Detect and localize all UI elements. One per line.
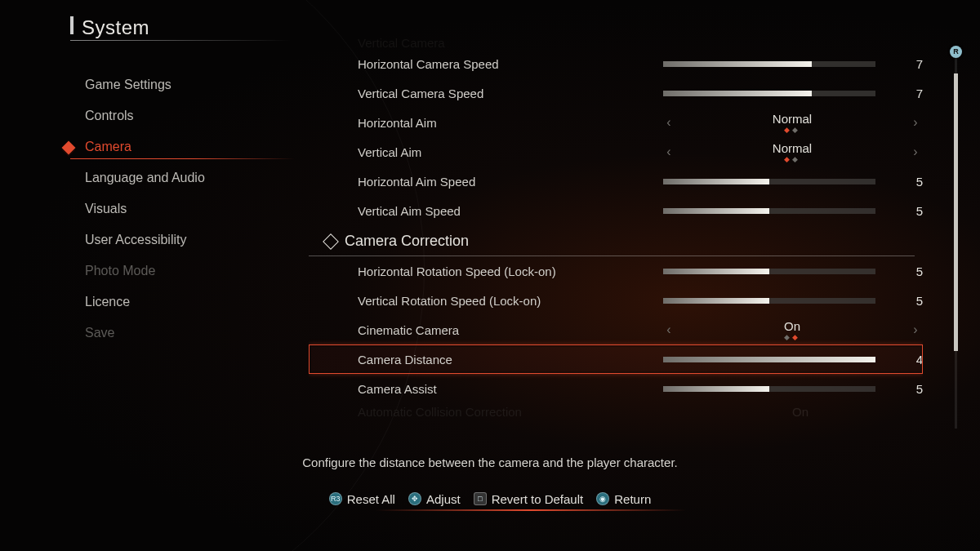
- setting-row-camera-distance[interactable]: Camera Distance4: [309, 344, 923, 374]
- selector-dots: ◆◆: [676, 127, 908, 133]
- setting-row-horizontal-aim-speed[interactable]: Horizontal Aim Speed5: [309, 167, 923, 196]
- slider-value: 5: [890, 264, 923, 278]
- slider-control[interactable]: 5: [635, 175, 923, 189]
- slider-fill: [663, 91, 812, 96]
- setting-label: Automatic Collision Correction: [358, 405, 635, 419]
- hint-label: Revert to Default: [492, 492, 584, 506]
- selector-value: Normal: [676, 141, 908, 155]
- chevron-right-icon[interactable]: ›: [908, 115, 923, 130]
- setting-label: Horizontal Camera Speed: [358, 57, 635, 71]
- slider-control[interactable]: 4: [635, 353, 923, 367]
- sidebar: Game SettingsControlsCameraLanguage and …: [70, 69, 291, 349]
- slider-fill: [663, 208, 769, 214]
- sidebar-item-licence[interactable]: Licence: [70, 287, 291, 318]
- slider-fill: [663, 61, 812, 67]
- slider-value: 5: [890, 294, 923, 308]
- slider-value: 4: [890, 353, 923, 367]
- setting-row-horizontal-aim[interactable]: Horizontal Aim‹Normal◆◆›: [309, 108, 923, 137]
- setting-row-ghost-bottom: Automatic Collision CorrectionOn: [309, 403, 923, 420]
- section-header-camera-correction: Camera Correction: [309, 227, 915, 256]
- sidebar-item-save[interactable]: Save: [70, 318, 291, 349]
- hint-adjust: ✥Adjust: [408, 492, 461, 506]
- slider-control[interactable]: 5: [635, 264, 923, 278]
- slider-control[interactable]: 7: [635, 57, 923, 71]
- slider-track[interactable]: [663, 269, 875, 274]
- slider-track[interactable]: [663, 298, 875, 304]
- slider-track[interactable]: [663, 208, 875, 214]
- page-title: System: [82, 16, 149, 39]
- slider-value: 5: [890, 382, 923, 396]
- chevron-left-icon[interactable]: ‹: [662, 115, 676, 130]
- setting-label: Vertical Aim: [358, 145, 635, 159]
- slider-track[interactable]: [663, 386, 875, 392]
- sidebar-item-visuals[interactable]: Visuals: [70, 193, 291, 224]
- sidebar-item-label: Language and Audio: [85, 171, 205, 184]
- button-hints: R3Reset All✥Adjust□Revert to Default◉Ret…: [0, 490, 980, 506]
- chevron-right-icon[interactable]: ›: [908, 322, 923, 337]
- setting-label: Vertical Aim Speed: [358, 204, 635, 218]
- setting-row-horizontal-camera-speed[interactable]: Horizontal Camera Speed7: [309, 49, 923, 78]
- setting-row-camera-assist[interactable]: Camera Assist5: [309, 374, 923, 403]
- sidebar-item-game-settings[interactable]: Game Settings: [70, 69, 291, 100]
- sidebar-item-camera[interactable]: Camera: [70, 131, 291, 162]
- slider-fill: [663, 386, 769, 392]
- button-prompt-icon: □: [474, 492, 487, 505]
- hint-revert-to-default: □Revert to Default: [474, 492, 584, 506]
- header-mark-icon: [70, 16, 74, 34]
- slider-fill: [663, 298, 769, 304]
- page-header: System: [70, 16, 149, 39]
- selector-control[interactable]: ‹Normal◆◆›: [662, 141, 923, 162]
- setting-row-vertical-aim[interactable]: Vertical Aim‹Normal◆◆›: [309, 137, 923, 167]
- sidebar-item-label: Photo Mode: [85, 264, 155, 278]
- setting-description: Configure the distance between the camer…: [0, 455, 980, 469]
- sidebar-item-label: User Accessibility: [85, 233, 186, 247]
- selector-center: On◆◆: [676, 319, 908, 340]
- setting-row-horizontal-rotation-speed-lock-on-[interactable]: Horizontal Rotation Speed (Lock-on)5: [309, 256, 923, 286]
- button-prompt-icon: ✥: [408, 492, 421, 505]
- section-title-label: Camera Correction: [345, 233, 469, 250]
- sidebar-item-photo-mode[interactable]: Photo Mode: [70, 256, 291, 287]
- sidebar-item-label: Visuals: [85, 202, 127, 216]
- header-underline: [70, 40, 291, 41]
- sidebar-item-label: Licence: [85, 295, 130, 309]
- setting-label: Cinematic Camera: [358, 323, 635, 337]
- sidebar-item-user-accessibility[interactable]: User Accessibility: [70, 224, 291, 256]
- hint-reset-all: R3Reset All: [329, 492, 395, 506]
- slider-track[interactable]: [663, 357, 875, 362]
- slider-track[interactable]: [663, 179, 875, 184]
- selector-control[interactable]: ‹Normal◆◆›: [662, 112, 923, 133]
- slider-value: 5: [890, 175, 923, 189]
- selector-dots: ◆◆: [676, 334, 908, 340]
- setting-label: Horizontal Rotation Speed (Lock-on): [358, 264, 635, 278]
- slider-track[interactable]: [663, 91, 875, 96]
- selector-value: On: [792, 405, 808, 419]
- chevron-right-icon[interactable]: ›: [908, 144, 923, 159]
- setting-row-vertical-rotation-speed-lock-on-[interactable]: Vertical Rotation Speed (Lock-on)5: [309, 286, 923, 315]
- selector-value: Normal: [676, 112, 908, 126]
- sidebar-item-language-and-audio[interactable]: Language and Audio: [70, 162, 291, 193]
- slider-control[interactable]: 5: [635, 382, 923, 396]
- slider-control[interactable]: 5: [635, 294, 923, 308]
- chevron-left-icon[interactable]: ‹: [662, 144, 676, 159]
- slider-control[interactable]: 7: [635, 87, 923, 100]
- setting-row-cinematic-camera[interactable]: Cinematic Camera‹On◆◆›: [309, 315, 923, 344]
- button-prompt-icon: ◉: [596, 492, 609, 505]
- diamond-icon: [62, 141, 76, 155]
- slider-track[interactable]: [663, 61, 875, 67]
- hints-underline: [376, 509, 686, 511]
- slider-fill: [663, 179, 769, 184]
- selector-control[interactable]: ‹On◆◆›: [662, 319, 923, 340]
- selector-value: On: [676, 319, 908, 333]
- setting-row-vertical-aim-speed[interactable]: Vertical Aim Speed5: [309, 196, 923, 225]
- setting-row-vertical-camera-speed[interactable]: Vertical Camera Speed7: [309, 78, 923, 108]
- setting-label: Vertical Camera: [358, 36, 635, 50]
- setting-row-ghost-top: Vertical Camera: [309, 36, 923, 49]
- chevron-left-icon[interactable]: ‹: [662, 322, 676, 337]
- sidebar-item-controls[interactable]: Controls: [70, 100, 291, 131]
- slider-fill: [663, 357, 875, 362]
- slider-control[interactable]: 5: [635, 204, 923, 218]
- hint-label: Return: [614, 492, 651, 506]
- scroll-thumb[interactable]: [954, 73, 958, 351]
- button-prompt-icon: R3: [329, 492, 342, 505]
- setting-label: Vertical Camera Speed: [358, 87, 635, 100]
